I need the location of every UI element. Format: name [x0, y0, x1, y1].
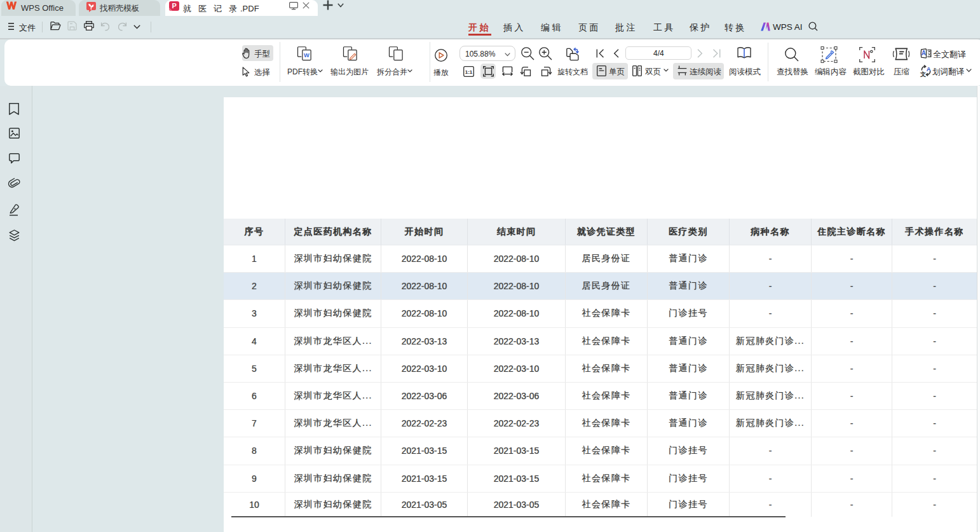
svg-text:1:1: 1:1	[465, 69, 473, 75]
svg-text:A: A	[927, 65, 931, 72]
svg-text:W: W	[304, 52, 310, 58]
svg-text:文: 文	[920, 71, 926, 78]
svg-text:P: P	[172, 2, 177, 10]
svg-text:A: A	[922, 50, 926, 57]
